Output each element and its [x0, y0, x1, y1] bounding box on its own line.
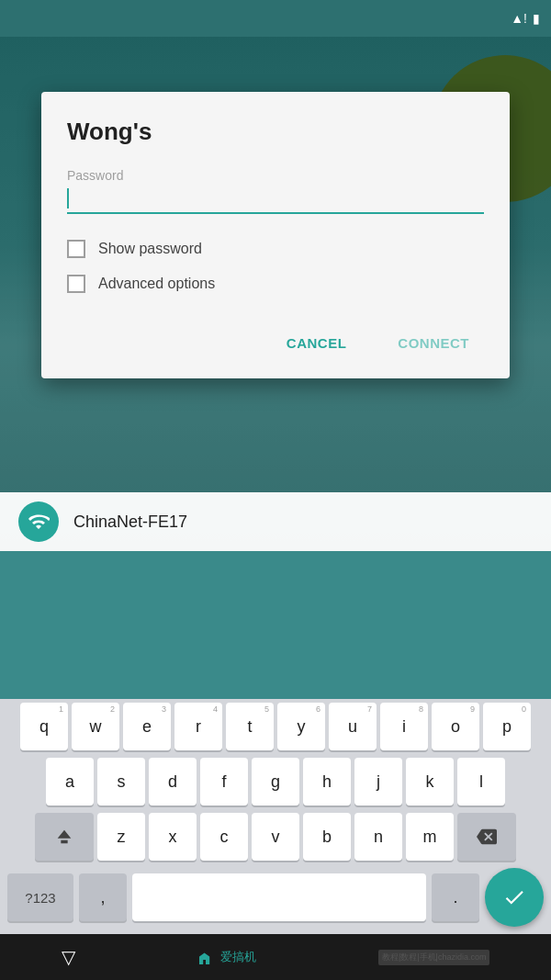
dialog-buttons: CANCEL CONNECT — [67, 319, 484, 360]
keyboard: 1q 2w 3e 4r 5t 6y 7u 8i 9o 0p a s d f g … — [0, 699, 551, 934]
key-f[interactable]: f — [200, 758, 248, 805]
key-j[interactable]: j — [354, 758, 402, 805]
dialog-overlay: Wong's Password Show password Advanced o… — [0, 37, 551, 551]
wifi-network-name: ChinaNet-FE17 — [73, 513, 187, 532]
home-label: 爱搞机 — [197, 949, 256, 965]
show-password-label: Show password — [98, 241, 202, 257]
status-bar: ▲! ▮ — [0, 0, 551, 37]
key-w[interactable]: 2w — [72, 703, 119, 750]
key-m[interactable]: m — [406, 813, 454, 861]
key-k[interactable]: k — [406, 758, 454, 805]
battery-icon: ▮ — [533, 11, 540, 26]
key-x[interactable]: x — [149, 813, 197, 861]
key-b[interactable]: b — [303, 813, 351, 861]
key-n[interactable]: n — [354, 813, 402, 861]
dialog-title: Wong's — [67, 118, 484, 146]
symbol-key[interactable]: ?123 — [7, 873, 73, 921]
keyboard-row-2: a s d f g h j k l — [0, 754, 551, 809]
wifi-password-dialog: Wong's Password Show password Advanced o… — [41, 92, 510, 378]
key-z[interactable]: z — [97, 813, 145, 861]
advanced-options-row[interactable]: Advanced options — [67, 275, 484, 293]
key-i[interactable]: 8i — [380, 703, 428, 750]
key-a[interactable]: a — [46, 758, 94, 805]
wifi-icon — [18, 501, 59, 542]
keyboard-row-1: 1q 2w 3e 4r 5t 6y 7u 8i 9o 0p — [0, 699, 551, 754]
navigation-bar: ▽ 爱搞机 教程|数程|手机|chazidia.com — [0, 934, 551, 980]
period-key[interactable]: . — [432, 873, 479, 921]
key-u[interactable]: 7u — [329, 703, 377, 750]
text-cursor — [67, 188, 69, 208]
enter-key[interactable] — [485, 868, 544, 927]
password-label: Password — [67, 168, 484, 183]
keyboard-row-3: z x c v b n m — [0, 809, 551, 864]
backspace-key[interactable] — [457, 813, 516, 861]
watermark: 教程|数程|手机|chazidia.com — [378, 950, 490, 965]
key-p[interactable]: 0p — [483, 703, 531, 750]
advanced-options-label: Advanced options — [98, 276, 215, 292]
key-h[interactable]: h — [303, 758, 351, 805]
space-key[interactable] — [132, 873, 426, 921]
key-g[interactable]: g — [252, 758, 299, 805]
key-r[interactable]: 4r — [174, 703, 222, 750]
cancel-button[interactable]: CANCEL — [272, 326, 362, 360]
key-y[interactable]: 6y — [277, 703, 325, 750]
key-l[interactable]: l — [457, 758, 505, 805]
show-password-row[interactable]: Show password — [67, 240, 484, 258]
key-c[interactable]: c — [200, 813, 248, 861]
password-input-wrap[interactable] — [67, 188, 484, 214]
wifi-list-item[interactable]: ChinaNet-FE17 — [0, 492, 551, 551]
background-area: Wong's Password Show password Advanced o… — [0, 37, 551, 551]
key-o[interactable]: 9o — [432, 703, 479, 750]
advanced-options-checkbox[interactable] — [67, 275, 85, 293]
key-t[interactable]: 5t — [226, 703, 274, 750]
show-password-checkbox[interactable] — [67, 240, 85, 258]
comma-key[interactable]: , — [79, 873, 127, 921]
signal-icon: ▲! — [511, 11, 527, 26]
key-s[interactable]: s — [97, 758, 145, 805]
key-v[interactable]: v — [252, 813, 299, 861]
key-d[interactable]: d — [149, 758, 197, 805]
keyboard-bottom-row: ?123 , . — [0, 864, 551, 934]
back-icon[interactable]: ▽ — [62, 946, 75, 968]
brand-text: 爱搞机 — [220, 950, 256, 963]
connect-button[interactable]: CONNECT — [383, 326, 484, 360]
key-q[interactable]: 1q — [20, 703, 68, 750]
shift-key[interactable] — [35, 813, 94, 861]
key-e[interactable]: 3e — [123, 703, 171, 750]
